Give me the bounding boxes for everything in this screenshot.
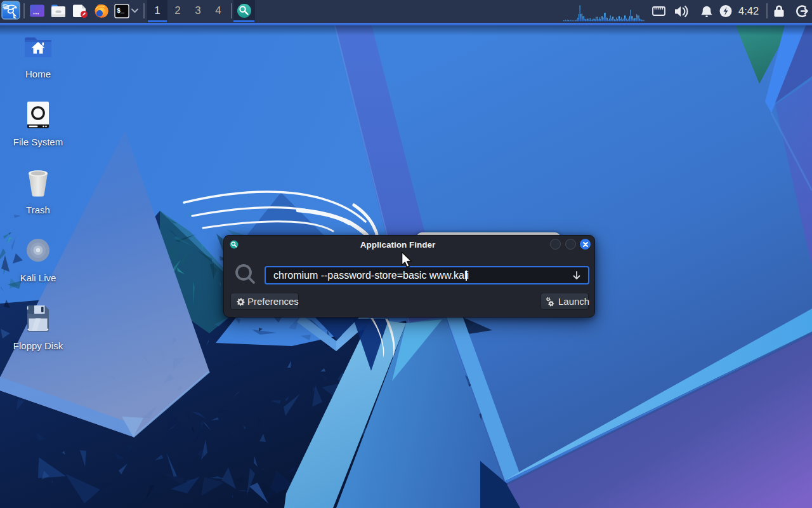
svg-text:4:42: 4:42 [738, 5, 759, 17]
